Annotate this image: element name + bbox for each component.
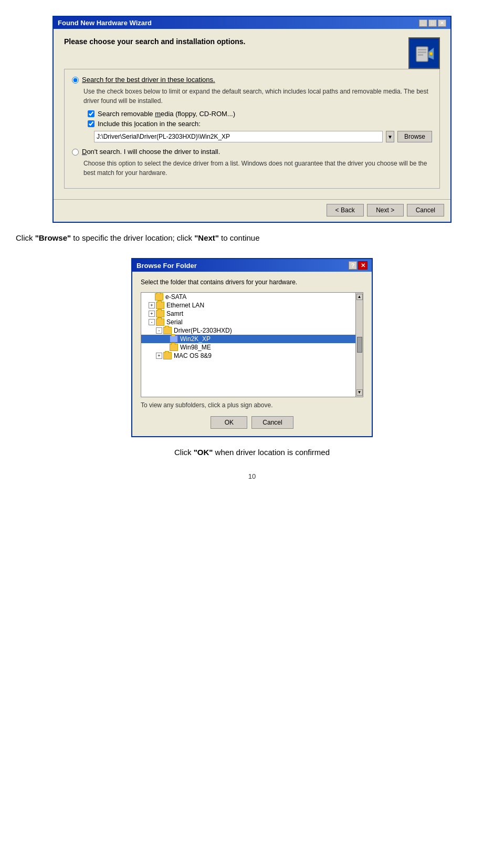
checkbox2-label: Include this location in the search: <box>98 120 201 128</box>
wizard-footer: < Back Next > Cancel <box>54 199 450 222</box>
option2-radio[interactable] <box>72 149 79 156</box>
path-row: ▼ Browse <box>94 131 432 142</box>
folder-icon-serial <box>156 318 164 326</box>
tree-container-wrapper: e-SATA + Ethernet LAN + Samrt - <box>141 292 363 397</box>
tree-label-driver: Driver(PL-2303HXD) <box>174 327 232 334</box>
svg-rect-3 <box>418 54 423 56</box>
tree-item-win2k[interactable]: Win2K_XP <box>141 335 355 343</box>
instruction2-text2: when driver location is confirmed <box>213 448 330 457</box>
page-number: 10 <box>10 472 494 480</box>
checkbox-removable[interactable] <box>88 110 94 117</box>
browse-footer: OK Cancel <box>141 413 363 431</box>
browse-description: Select the folder that contains drivers … <box>141 278 363 287</box>
browse-cancel-button[interactable]: Cancel <box>251 416 293 429</box>
wizard-icon <box>408 37 440 69</box>
scroll-thumb[interactable] <box>357 337 362 353</box>
path-input[interactable] <box>94 131 383 142</box>
instruction1-text1: Click <box>16 233 35 242</box>
expand-samrt[interactable]: + <box>149 311 155 317</box>
instruction1-text3: to continue <box>219 233 260 242</box>
scroll-up[interactable]: ▲ <box>356 294 363 300</box>
browse-ok-button[interactable]: OK <box>211 416 247 429</box>
checkbox1-label: Search removable media (floppy, CD-ROM..… <box>98 110 235 118</box>
tree-item-driver[interactable]: - Driver(PL-2303HXD) <box>141 326 355 335</box>
wizard-title: Found New Hardware Wizard <box>58 19 152 27</box>
tree-label-macos: MAC OS 8&9 <box>174 352 212 359</box>
folder-icon-win2k <box>170 335 178 343</box>
option1-radio-row: Search for the best driver in these loca… <box>72 76 432 84</box>
tree-label-ethernet: Ethernet LAN <box>166 302 204 309</box>
tree-item-serial[interactable]: - Serial <box>141 318 355 326</box>
tree-item-macos[interactable]: + MAC OS 8&9 <box>141 352 355 360</box>
next-button[interactable]: Next > <box>367 204 404 217</box>
help-button[interactable]: ? <box>349 261 357 270</box>
option2-radio-row: Don't search. I will choose the driver t… <box>72 148 432 156</box>
svg-rect-1 <box>418 49 426 50</box>
minimize-button[interactable]: _ <box>419 19 427 27</box>
browse-titlebar-icons: ? ✕ <box>349 261 368 270</box>
tree-item-ethernet[interactable]: + Ethernet LAN <box>141 301 355 310</box>
option1-description: Use the check boxes below to limit or ex… <box>83 87 432 106</box>
tree-label-esata: e-SATA <box>165 293 186 301</box>
browse-title: Browse For Folder <box>136 262 197 270</box>
tree-label-win98: Win98_ME <box>180 344 211 351</box>
browse-close-button[interactable]: ✕ <box>358 261 368 270</box>
wizard-heading: Please choose your search and installati… <box>64 37 403 46</box>
tree-item-win98[interactable]: Win98_ME <box>141 343 355 352</box>
checkbox-location[interactable] <box>88 120 94 127</box>
svg-point-5 <box>429 52 433 55</box>
wizard-content-area: Search for the best driver in these loca… <box>64 69 440 189</box>
checkbox1-row: Search removable media (floppy, CD-ROM..… <box>88 110 432 118</box>
browse-hint: To view any subfolders, click a plus sig… <box>141 401 363 409</box>
option2-label-text: D <box>82 148 87 156</box>
scroll-down[interactable]: ▼ <box>356 389 363 396</box>
folder-icon-samrt <box>156 310 164 317</box>
wizard-body: Please choose your search and installati… <box>54 29 450 199</box>
instruction2-bold1: "OK" <box>194 448 213 457</box>
browse-button[interactable]: Browse <box>397 131 432 142</box>
instruction1: Click "Browse" to specific the driver lo… <box>10 233 494 242</box>
option2-label: Don't search. I will choose the driver t… <box>82 148 220 156</box>
folder-icon-driver <box>163 327 172 334</box>
wizard-dialog: Found New Hardware Wizard _ □ ✕ Please c… <box>52 16 452 223</box>
instruction2-text1: Click <box>174 448 194 457</box>
scrollbar[interactable]: ▲ ▼ <box>355 293 363 397</box>
browse-dialog: Browse For Folder ? ✕ Select the folder … <box>131 258 373 437</box>
expand-serial[interactable]: - <box>149 319 155 325</box>
maximize-button[interactable]: □ <box>428 19 437 27</box>
folder-icon-ethernet <box>156 302 164 309</box>
tree-label-win2k: Win2K_XP <box>180 335 211 343</box>
browse-body: Select the folder that contains drivers … <box>132 272 372 436</box>
instruction1-bold2: "Next" <box>194 233 219 242</box>
instruction1-bold1: "Browse" <box>35 233 71 242</box>
folder-icon-macos <box>163 352 172 359</box>
folder-icon-esata <box>155 293 163 301</box>
instruction1-text2: to specific the driver location; click <box>71 233 194 242</box>
instruction2: Click "OK" when driver location is confi… <box>10 448 494 457</box>
cancel-button[interactable]: Cancel <box>407 204 444 217</box>
browse-titlebar: Browse For Folder ? ✕ <box>132 259 372 272</box>
back-button[interactable]: < Back <box>327 204 364 217</box>
option1-label-text: Search for the best driver in these loca… <box>82 76 215 84</box>
option1-label: Search for the best driver in these loca… <box>82 76 215 84</box>
folder-icon-win98 <box>170 344 178 351</box>
tree-item-esata[interactable]: e-SATA <box>141 293 355 301</box>
expand-driver[interactable]: - <box>156 327 162 334</box>
checkbox2-row: Include this location in the search: <box>88 120 432 128</box>
expand-ethernet[interactable]: + <box>149 302 155 308</box>
tree-label-samrt: Samrt <box>166 310 183 317</box>
tree-container: e-SATA + Ethernet LAN + Samrt - <box>141 293 355 397</box>
svg-rect-2 <box>418 51 426 53</box>
wizard-titlebar-buttons: _ □ ✕ <box>419 19 446 27</box>
wizard-titlebar: Found New Hardware Wizard _ □ ✕ <box>54 17 450 29</box>
tree-label-serial: Serial <box>166 318 183 326</box>
option1-radio[interactable] <box>72 77 79 84</box>
option2-description: Choose this option to select the device … <box>83 159 432 178</box>
path-dropdown[interactable]: ▼ <box>386 131 394 142</box>
expand-macos[interactable]: + <box>156 353 162 359</box>
tree-item-samrt[interactable]: + Samrt <box>141 310 355 318</box>
close-button[interactable]: ✕ <box>438 19 446 27</box>
